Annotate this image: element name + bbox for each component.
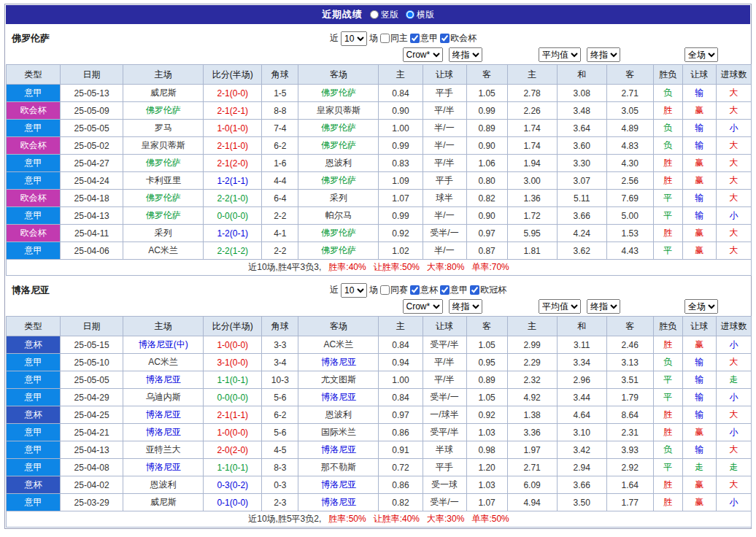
odds-cell: 0.89 [466,120,507,137]
filter-checkbox-input[interactable] [380,34,390,43]
result-cell: 大 [716,137,751,155]
filter-checkbox[interactable]: 同赛 [380,284,408,296]
home-team-cell[interactable]: 博洛尼亚(中) [123,336,204,354]
odds-cell: 受平/半 [423,336,466,354]
away-team-cell[interactable]: 佛罗伦萨 [298,242,379,260]
match-row: 意甲25-04-27佛罗伦萨2-1(2-0)1-6恩波利0.83平/半1.061… [7,155,752,172]
away-team-cell[interactable]: 佛罗伦萨 [298,225,379,242]
odds-cell: 2.94 [557,459,606,476]
league-cell: 欧会杯 [7,225,61,242]
home-team-cell[interactable]: 佛罗伦萨 [123,155,204,172]
odds-cell: 2.56 [606,172,653,190]
summary-row: 近10场,胜4平3负3,胜率:40%让胜率:50%大率:80%单率:70% [7,260,752,276]
filter-checkbox-input[interactable] [440,285,450,295]
odds-cell: 3.62 [557,242,606,260]
home-team-cell: 采列 [123,225,204,242]
odds-select[interactable]: 终指 [449,47,482,62]
filter-checkbox[interactable]: 意甲 [410,32,438,45]
result-cell: 输 [682,85,716,102]
result-cell: 平 [653,242,682,260]
layout-radio-vertical[interactable]: 竖版 [370,9,398,21]
home-team-cell[interactable]: 博洛尼亚 [123,459,204,476]
date-cell: 25-05-05 [61,371,123,389]
date-cell: 25-05-13 [61,85,123,102]
odds-cell: 2.46 [606,336,653,354]
filter-checkbox[interactable]: 同主 [380,32,408,45]
filter-checkbox-input[interactable] [440,34,450,43]
horizontal-radio-input[interactable] [406,10,414,19]
odds-select[interactable]: 全场 [684,47,718,62]
home-team-cell[interactable]: 博洛尼亚 [123,406,204,424]
match-row: 意甲25-04-29乌迪内斯0-0(0-0)5-6博洛尼亚0.84受半/一1.0… [7,389,752,406]
odds-cell: 3.08 [557,85,606,102]
corners-cell: 10-3 [262,371,298,389]
layout-radio-horizontal[interactable]: 横版 [406,9,434,21]
recent-count-select[interactable]: 10 [341,31,367,46]
filter-checkbox-input[interactable] [410,34,420,43]
away-team-cell[interactable]: 博洛尼亚 [298,476,379,494]
vertical-radio-input[interactable] [370,10,379,19]
away-team-cell[interactable]: 佛罗伦萨 [298,85,379,102]
match-row: 意甲25-04-24卡利亚里1-2(1-1)4-4佛罗伦萨1.09平手0.803… [7,172,752,190]
recent-count-select[interactable]: 10 [341,283,367,298]
odds-cell: 3.64 [557,120,606,137]
filter-checkbox-input[interactable] [380,285,390,295]
odds-select[interactable]: 终指 [587,47,620,62]
table-header-row: 类型日期主场比分(半场)角球客场主让球客主和客胜负让球进球数 [7,317,752,336]
filter-checkbox[interactable]: 欧冠杯 [470,284,506,296]
date-cell: 25-04-18 [61,190,123,207]
result-cell: 走 [716,459,751,476]
odds-cell: 0.99 [466,102,507,120]
away-team-cell[interactable]: 佛罗伦萨 [298,137,379,155]
corners-cell: 0-3 [262,476,298,494]
corners-cell: 1-6 [262,155,298,172]
odds-cell: 1.74 [507,137,557,155]
dropdown-group: Crow*终指 [378,299,506,314]
odds-select[interactable]: 平均值 [539,299,581,314]
away-team-cell[interactable]: 佛罗伦萨 [298,120,379,137]
away-team-cell[interactable]: 佛罗伦萨 [298,172,379,190]
odds-cell: 2.29 [507,354,557,371]
summary-row: 近10场,胜5平3负2,胜率:50%让胜率:40%大率:30%单率:50% [7,511,752,528]
odds-cell: 平手 [423,85,466,102]
filter-checkbox[interactable]: 欧会杯 [440,32,477,45]
odds-select[interactable]: 平均值 [539,47,581,62]
match-row: 欧会杯25-04-18佛罗伦萨2-2(1-0)6-4采列1.07球半0.821.… [7,190,752,207]
odds-select[interactable]: Crow* [403,299,443,314]
match-row: 意甲25-05-05罗马1-0(1-0)7-4佛罗伦萨1.00半/一0.891.… [7,120,752,137]
away-team-cell[interactable]: 博洛尼亚 [298,354,379,371]
home-team-cell[interactable]: 博洛尼亚 [123,424,204,441]
corners-cell: 6-4 [262,190,298,207]
odds-select[interactable]: Crow* [403,47,443,62]
odds-cell: 0.95 [466,354,507,371]
column-header: 类型 [7,317,61,336]
filter-checkbox[interactable]: 意甲 [440,284,468,296]
away-team-cell[interactable]: 博洛尼亚 [298,441,379,459]
filter-checkbox-input[interactable] [470,285,479,295]
league-cell: 欧会杯 [7,137,61,155]
match-row: 意甲25-04-13亚特兰大2-0(2-0)4-5博洛尼亚0.91半球0.981… [7,441,752,459]
match-row: 意甲25-05-10AC米兰3-1(0-0)3-4博洛尼亚0.94平/半0.95… [7,354,752,371]
home-team-cell[interactable]: 佛罗伦萨 [123,102,204,120]
odds-cell: 受一球 [423,476,466,494]
result-cell: 赢 [682,172,716,190]
odds-select[interactable]: 全场 [684,299,718,314]
result-cell: 大 [716,155,751,172]
match-row: 意甲25-05-05博洛尼亚1-1(0-1)10-3尤文图斯1.00平/半0.8… [7,371,752,389]
odds-cell: 4.30 [606,155,653,172]
home-team-cell[interactable]: 博洛尼亚 [123,371,204,389]
column-header: 客 [606,65,653,85]
corners-cell: 2-3 [262,494,298,511]
date-cell: 25-04-11 [61,225,123,242]
odds-select[interactable]: 终指 [587,299,620,314]
home-team-cell[interactable]: 佛罗伦萨 [123,207,204,225]
result-cell: 平 [653,389,682,406]
filter-checkbox-input[interactable] [410,285,420,295]
filter-checkbox[interactable]: 意杯 [410,284,438,296]
away-team-cell[interactable]: 博洛尼亚 [298,389,379,406]
away-team-cell[interactable]: 博洛尼亚 [298,494,379,511]
corners-cell: 6-2 [262,137,298,155]
home-team-cell: 乌迪内斯 [123,389,204,406]
home-team-cell[interactable]: 佛罗伦萨 [123,190,204,207]
odds-select[interactable]: 终指 [449,299,482,314]
